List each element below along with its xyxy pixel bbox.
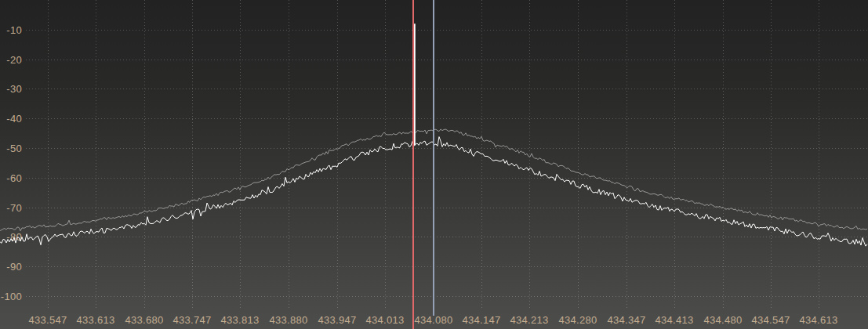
frequency-marker-line[interactable]	[433, 0, 434, 316]
tuning-marker-line[interactable]	[412, 0, 414, 329]
spectrum-analyzer-panel: -10-20-30-40-50-60-70-80-90-100 433.5474…	[0, 0, 868, 329]
